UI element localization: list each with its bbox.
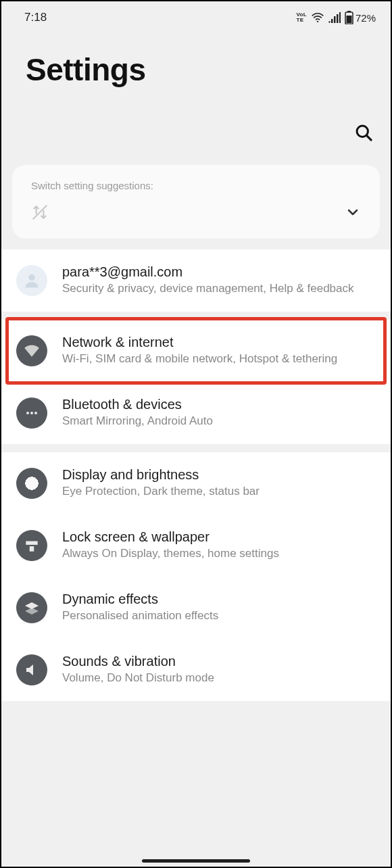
display-sub: Eye Protection, Dark theme, status bar xyxy=(62,484,377,500)
nav-handle[interactable] xyxy=(142,859,250,863)
search-row xyxy=(1,91,391,158)
lockscreen-wallpaper-row[interactable]: Lock screen & wallpaper Always On Displa… xyxy=(1,514,391,577)
sounds-vibration-row[interactable]: Sounds & vibration Volume, Do Not Distur… xyxy=(1,639,391,701)
battery-icon xyxy=(345,11,353,24)
dynamic-sub: Personalised animation effects xyxy=(62,608,377,624)
network-title: Network & internet xyxy=(62,335,377,350)
svg-rect-16 xyxy=(26,541,37,544)
sounds-sub: Volume, Do Not Disturb mode xyxy=(62,671,377,686)
svg-rect-8 xyxy=(346,16,351,24)
svg-point-12 xyxy=(28,274,34,281)
bluetooth-devices-row[interactable]: Bluetooth & devices Smart Mirroring, And… xyxy=(1,382,391,444)
avatar xyxy=(16,265,47,296)
account-row[interactable]: para**3@gmail.com Security & privacy, de… xyxy=(1,249,391,312)
bluetooth-title: Bluetooth & devices xyxy=(62,397,377,412)
wallpaper-circle-icon xyxy=(16,530,47,561)
brightness-circle-icon xyxy=(16,468,47,499)
signal-icon xyxy=(328,12,341,23)
svg-point-13 xyxy=(26,412,29,414)
svg-point-0 xyxy=(317,21,318,22)
volte-icon: VoLTE xyxy=(297,12,307,23)
lockscreen-title: Lock screen & wallpaper xyxy=(62,529,377,545)
svg-rect-3 xyxy=(334,16,336,23)
status-icons: VoLTE 72% xyxy=(297,11,376,24)
svg-rect-2 xyxy=(331,19,333,23)
lockscreen-sub: Always On Display, themes, home settings xyxy=(62,546,377,562)
battery-percent: 72% xyxy=(356,12,376,24)
svg-marker-19 xyxy=(25,608,39,614)
network-internet-row[interactable]: Network & internet Wi-Fi, SIM card & mob… xyxy=(1,320,391,382)
svg-point-15 xyxy=(34,412,37,414)
status-time: 7:18 xyxy=(24,11,47,24)
account-group: para**3@gmail.com Security & privacy, de… xyxy=(1,249,391,312)
suggestion-label: Switch setting suggestions: xyxy=(31,180,361,191)
search-icon[interactable] xyxy=(354,123,373,145)
bluetooth-sub: Smart Mirroring, Android Auto xyxy=(62,414,377,429)
chevron-down-icon[interactable] xyxy=(345,204,361,223)
connectivity-group: Network & internet Wi-Fi, SIM card & mob… xyxy=(1,320,391,444)
page-title: Settings xyxy=(26,51,366,88)
svg-rect-5 xyxy=(339,12,341,23)
svg-rect-4 xyxy=(337,14,339,23)
svg-point-14 xyxy=(30,412,33,414)
header: Settings xyxy=(1,30,391,91)
svg-line-10 xyxy=(367,136,371,140)
svg-rect-17 xyxy=(30,546,34,552)
more-circle-icon xyxy=(16,397,47,429)
sounds-title: Sounds & vibration xyxy=(62,654,377,669)
wifi-circle-icon xyxy=(16,335,47,366)
dynamic-effects-row[interactable]: Dynamic effects Personalised animation e… xyxy=(1,577,391,639)
status-bar: 7:18 VoLTE 72% xyxy=(1,1,391,30)
network-sub: Wi-Fi, SIM card & mobile network, Hotspo… xyxy=(62,352,377,367)
suggestion-card[interactable]: Switch setting suggestions: xyxy=(12,165,380,239)
dynamic-title: Dynamic effects xyxy=(62,592,377,607)
layers-circle-icon xyxy=(16,592,47,623)
svg-point-1 xyxy=(328,21,330,22)
wifi-icon xyxy=(311,12,324,23)
account-email: para**3@gmail.com xyxy=(62,264,377,280)
personalization-group: Display and brightness Eye Protection, D… xyxy=(1,452,391,701)
speaker-circle-icon xyxy=(16,654,47,685)
display-brightness-row[interactable]: Display and brightness Eye Protection, D… xyxy=(1,452,391,514)
data-sync-off-icon xyxy=(31,203,49,224)
display-title: Display and brightness xyxy=(62,467,377,483)
account-sub: Security & privacy, device management, H… xyxy=(62,281,377,297)
